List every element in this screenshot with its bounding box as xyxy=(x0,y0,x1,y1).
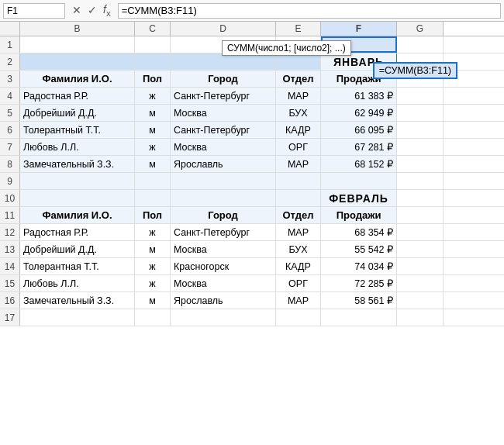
cell-b3[interactable]: Фамилия И.О. xyxy=(20,71,135,87)
cell-f11[interactable]: Продажи xyxy=(321,207,397,223)
function-icon[interactable]: fx xyxy=(101,3,113,18)
cell-c5[interactable]: м xyxy=(135,105,171,121)
cell-d11[interactable]: Город xyxy=(171,207,276,223)
cell-c12[interactable]: ж xyxy=(135,224,171,240)
cell-g16[interactable] xyxy=(397,292,444,309)
cell-c11[interactable]: Пол xyxy=(135,207,171,223)
cell-b14[interactable]: Толерантная Т.Т. xyxy=(20,258,135,274)
cell-d5[interactable]: Москва xyxy=(171,105,276,121)
cell-c6[interactable]: м xyxy=(135,122,171,138)
cell-d13[interactable]: Москва xyxy=(171,241,276,257)
cell-b4[interactable]: Радостная Р.Р. xyxy=(20,88,135,104)
cell-c13[interactable]: м xyxy=(135,241,171,257)
cell-b5[interactable]: Добрейший Д.Д. xyxy=(20,105,135,121)
cell-e17[interactable] xyxy=(276,309,321,326)
cell-b15[interactable]: Любовь Л.Л. xyxy=(20,275,135,291)
cell-c16[interactable]: м xyxy=(135,292,171,309)
cell-g10[interactable] xyxy=(397,190,444,206)
cell-c4[interactable]: ж xyxy=(135,88,171,104)
cell-d3[interactable]: Город xyxy=(171,71,276,87)
cell-e12[interactable]: МАР xyxy=(276,224,321,240)
cell-g9[interactable] xyxy=(397,173,444,189)
cell-d10[interactable] xyxy=(171,190,276,206)
cell-e15[interactable]: ОРГ xyxy=(276,275,321,291)
cell-b12[interactable]: Радостная Р.Р. xyxy=(20,224,135,240)
cell-b1[interactable] xyxy=(20,36,135,53)
confirm-icon[interactable]: ✓ xyxy=(85,4,99,16)
cell-g15[interactable] xyxy=(397,275,444,291)
cell-e9[interactable] xyxy=(276,173,321,189)
cell-e10[interactable] xyxy=(276,190,321,206)
cell-c8[interactable]: м xyxy=(135,156,171,172)
cell-d7[interactable]: Москва xyxy=(171,139,276,155)
cell-d15[interactable]: Москва xyxy=(171,275,276,291)
cell-g11[interactable] xyxy=(397,207,444,223)
month-february-label[interactable]: ФЕВРАЛЬ xyxy=(321,190,397,206)
cell-g14[interactable] xyxy=(397,258,444,274)
cell-e7[interactable]: ОРГ xyxy=(276,139,321,155)
col-header-c[interactable]: C xyxy=(135,22,171,36)
cell-e5[interactable]: БУХ xyxy=(276,105,321,121)
cell-d9[interactable] xyxy=(171,173,276,189)
cell-b7[interactable]: Любовь Л.Л. xyxy=(20,139,135,155)
cell-g17[interactable] xyxy=(397,309,444,326)
col-header-e[interactable]: E xyxy=(276,22,321,36)
cell-b13[interactable]: Добрейший Д.Д. xyxy=(20,241,135,257)
formula-input[interactable] xyxy=(118,3,501,19)
cell-f4[interactable]: 61 383 ₽ xyxy=(321,88,397,104)
cell-g4[interactable] xyxy=(397,88,444,104)
cell-b10[interactable] xyxy=(20,190,135,206)
cell-name-box[interactable]: F1 xyxy=(3,3,65,19)
cell-e13[interactable]: БУХ xyxy=(276,241,321,257)
cell-e4[interactable]: МАР xyxy=(276,88,321,104)
cell-c14[interactable]: ж xyxy=(135,258,171,274)
cell-f5[interactable]: 62 949 ₽ xyxy=(321,105,397,121)
cell-g7[interactable] xyxy=(397,139,444,155)
cancel-icon[interactable]: ✕ xyxy=(70,4,84,16)
cell-d16[interactable]: Ярославль xyxy=(171,292,276,309)
cell-c10[interactable] xyxy=(135,190,171,206)
cell-f17[interactable] xyxy=(321,309,397,326)
cell-d17[interactable] xyxy=(171,309,276,326)
cell-f14[interactable]: 74 034 ₽ xyxy=(321,258,397,274)
cell-g1[interactable] xyxy=(397,36,444,53)
cell-c1[interactable] xyxy=(135,36,171,53)
cell-g13[interactable] xyxy=(397,241,444,257)
cell-b9[interactable] xyxy=(20,173,135,189)
cell-f8[interactable]: 68 152 ₽ xyxy=(321,156,397,172)
cell-f13[interactable]: 55 542 ₽ xyxy=(321,241,397,257)
cell-d4[interactable]: Санкт-Петербург xyxy=(171,88,276,104)
cell-f15[interactable]: 72 285 ₽ xyxy=(321,275,397,291)
cell-b11[interactable]: Фамилия И.О. xyxy=(20,207,135,223)
cell-d6[interactable]: Санкт-Петербург xyxy=(171,122,276,138)
cell-d14[interactable]: Красногорск xyxy=(171,258,276,274)
cell-g8[interactable] xyxy=(397,156,444,172)
cell-c17[interactable] xyxy=(135,309,171,326)
cell-b2[interactable] xyxy=(20,53,135,70)
cell-e8[interactable]: МАР xyxy=(276,156,321,172)
cell-f9[interactable] xyxy=(321,173,397,189)
cell-f6[interactable]: 66 095 ₽ xyxy=(321,122,397,138)
cell-d8[interactable]: Ярославль xyxy=(171,156,276,172)
cell-b16[interactable]: Замечательный З.З. xyxy=(20,292,135,309)
cell-c2[interactable] xyxy=(135,53,171,70)
cell-e16[interactable]: МАР xyxy=(276,292,321,309)
cell-g12[interactable] xyxy=(397,224,444,240)
cell-e11[interactable]: Отдел xyxy=(276,207,321,223)
cell-b8[interactable]: Замечательный З.З. xyxy=(20,156,135,172)
cell-d2[interactable] xyxy=(171,53,276,70)
cell-b17[interactable] xyxy=(20,309,135,326)
col-header-d[interactable]: D xyxy=(171,22,276,36)
cell-d12[interactable]: Санкт-Петербург xyxy=(171,224,276,240)
cell-f16[interactable]: 58 561 ₽ xyxy=(321,292,397,309)
cell-c15[interactable]: ж xyxy=(135,275,171,291)
col-header-g[interactable]: G xyxy=(397,22,444,36)
cell-e3[interactable]: Отдел xyxy=(276,71,321,87)
cell-c7[interactable]: ж xyxy=(135,139,171,155)
col-header-f[interactable]: F xyxy=(321,22,397,36)
cell-b6[interactable]: Толерантный Т.Т. xyxy=(20,122,135,138)
cell-f7[interactable]: 67 281 ₽ xyxy=(321,139,397,155)
cell-e14[interactable]: КАДР xyxy=(276,258,321,274)
cell-e6[interactable]: КАДР xyxy=(276,122,321,138)
cell-g6[interactable] xyxy=(397,122,444,138)
